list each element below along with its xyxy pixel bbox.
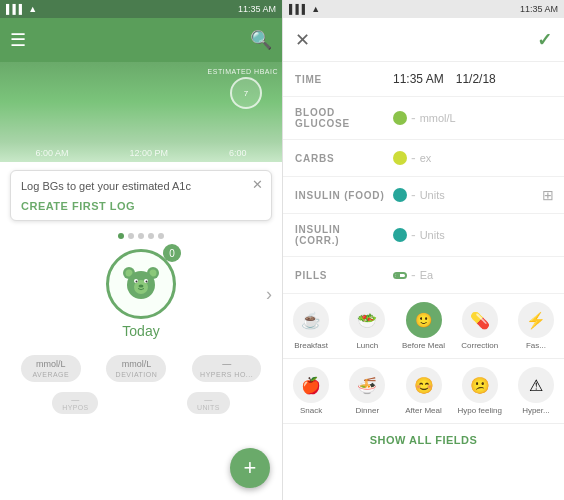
insulin-corr-label: INSULIN (CORR.) — [295, 224, 385, 246]
calculator-icon[interactable]: ⊞ — [542, 187, 554, 203]
svg-point-9 — [146, 281, 148, 283]
form-area: TIME 11:35 AM 11/2/18 BLOOD GLUCOSE - mm… — [283, 62, 564, 500]
bg-unit: mmol/L — [420, 112, 456, 124]
pills-label: PILLS — [295, 270, 385, 281]
close-notification-button[interactable]: ✕ — [252, 177, 263, 192]
svg-point-10 — [139, 285, 144, 288]
notification-card: ✕ Log BGs to get your estimated A1c CREA… — [10, 170, 272, 221]
blood-glucose-row[interactable]: BLOOD GLUCOSE - mmol/L — [283, 97, 564, 140]
insulin-food-unit: Units — [420, 189, 445, 201]
insulin-food-row[interactable]: INSULIN (FOOD) - Units ⊞ — [283, 177, 564, 214]
pills-dash: - — [411, 267, 416, 283]
snack-button[interactable]: 🍎 Snack — [283, 359, 339, 423]
pills-row[interactable]: PILLS - Ea — [283, 257, 564, 294]
hypos-stat[interactable]: — HYPOS — [52, 392, 98, 414]
today-label: Today — [122, 323, 159, 339]
insulin-corr-row[interactable]: INSULIN (CORR.) - Units — [283, 214, 564, 257]
right-panel: ▌▌▌ ▲ 11:35 AM ✕ ✓ TIME 11:35 AM 11/2/18… — [282, 0, 564, 500]
right-status-bar: ▌▌▌ ▲ 11:35 AM — [283, 0, 564, 18]
breakfast-button[interactable]: ☕ Breakfast — [283, 294, 339, 358]
status-time: 11:35 AM — [238, 4, 276, 14]
chart-label-3: 6:00 — [229, 148, 247, 158]
hyper-button[interactable]: ⚠ Hyper... — [508, 359, 564, 423]
units-label: Units — [197, 404, 220, 411]
before-meal-label: Before Meal — [399, 341, 447, 350]
next-arrow[interactable]: › — [266, 284, 272, 305]
status-info-right: 11:35 AM — [238, 4, 276, 14]
wifi-icon: ▲ — [28, 4, 37, 14]
hypo-feeling-icon: 😕 — [462, 367, 498, 403]
signal-icon: ▌▌▌ — [6, 4, 25, 14]
hypers-stat[interactable]: — HYPERS HO... — [192, 355, 261, 382]
carbs-unit: ex — [420, 152, 432, 164]
left-panel: ▌▌▌ ▲ 11:35 AM ☰ 🔍 7 ESTIMATED HBAIC 6:0… — [0, 0, 282, 500]
fast-icon: ⚡ — [518, 302, 554, 338]
show-all-fields-button[interactable]: SHOW ALL FIELDS — [283, 424, 564, 456]
carbs-input[interactable]: - ex — [393, 150, 552, 166]
insulin-food-input[interactable]: - Units — [393, 187, 552, 203]
pill-icon — [393, 272, 407, 279]
time-row[interactable]: TIME 11:35 AM 11/2/18 — [283, 62, 564, 97]
time-label: TIME — [295, 74, 385, 85]
carbs-row[interactable]: CARBS - ex — [283, 140, 564, 177]
breakfast-label: Breakfast — [287, 341, 335, 350]
breakfast-icon: ☕ — [293, 302, 329, 338]
show-all-label: SHOW ALL FIELDS — [370, 434, 478, 446]
hyper-icon: ⚠ — [518, 367, 554, 403]
svg-point-8 — [136, 281, 138, 283]
insulin-corr-dot — [393, 228, 407, 242]
close-button[interactable]: ✕ — [295, 29, 310, 51]
notification-text: Log BGs to get your estimated A1c — [21, 179, 261, 194]
correction-label: Correction — [456, 341, 504, 350]
hba1c-circle: 7 — [230, 77, 262, 109]
right-status-icons: ▌▌▌ ▲ — [289, 4, 320, 14]
before-meal-button[interactable]: 🙂 Before Meal — [395, 294, 451, 358]
date-value: 11/2/18 — [456, 72, 496, 86]
correction-button[interactable]: 💊 Correction — [452, 294, 508, 358]
left-top-bar: ☰ 🔍 — [0, 18, 282, 62]
lunch-icon: 🥗 — [349, 302, 385, 338]
dinner-button[interactable]: 🍜 Dinner — [339, 359, 395, 423]
lunch-button[interactable]: 🥗 Lunch — [339, 294, 395, 358]
insulin-food-dash: - — [411, 187, 416, 203]
after-meal-label: After Meal — [399, 406, 447, 415]
insulin-corr-unit: Units — [420, 229, 445, 241]
chart-label-2: 12:00 PM — [129, 148, 168, 158]
average-stat[interactable]: mmol/L AVERAGE — [21, 355, 81, 382]
snack-icon: 🍎 — [293, 367, 329, 403]
dot-0[interactable] — [118, 233, 124, 239]
hyper-label: Hyper... — [512, 406, 560, 415]
right-top-bar: ✕ ✓ — [283, 18, 564, 62]
search-icon[interactable]: 🔍 — [250, 29, 272, 51]
save-button[interactable]: ✓ — [537, 29, 552, 51]
fast-button[interactable]: ⚡ Fas... — [508, 294, 564, 358]
meal-icons-row-1: ☕ Breakfast 🥗 Lunch 🙂 Before Meal 💊 Corr… — [283, 294, 564, 359]
chart-label-1: 6:00 AM — [35, 148, 68, 158]
carousel-dots — [0, 233, 282, 239]
pill-right — [400, 274, 405, 277]
hypo-feeling-button[interactable]: 😕 Hypo feeling — [452, 359, 508, 423]
dot-1[interactable] — [128, 233, 134, 239]
dot-3[interactable] — [148, 233, 154, 239]
insulin-corr-input[interactable]: - Units — [393, 227, 552, 243]
dot-4[interactable] — [158, 233, 164, 239]
right-status-info: 11:35 AM — [520, 4, 558, 14]
estimated-label: ESTIMATED HBAIC — [208, 68, 278, 75]
add-log-fab[interactable]: + — [230, 448, 270, 488]
units-stat[interactable]: — Units — [187, 392, 230, 414]
hypo-feeling-label: Hypo feeling — [456, 406, 504, 415]
hamburger-icon[interactable]: ☰ — [10, 29, 26, 51]
after-meal-button[interactable]: 😊 After Meal — [395, 359, 451, 423]
deviation-stat[interactable]: mmol/L DEVIATION — [106, 355, 166, 382]
right-status-time: 11:35 AM — [520, 4, 558, 14]
blood-glucose-input[interactable]: - mmol/L — [393, 110, 552, 126]
right-wifi-icon: ▲ — [311, 4, 320, 14]
left-status-bar: ▌▌▌ ▲ 11:35 AM — [0, 0, 282, 18]
pills-input[interactable]: - Ea — [393, 267, 552, 283]
time-value: 11:35 AM — [393, 72, 444, 86]
bear-icon — [116, 259, 166, 309]
insulin-food-dot — [393, 188, 407, 202]
chart-labels: 6:00 AM 12:00 PM 6:00 — [0, 148, 282, 158]
dot-2[interactable] — [138, 233, 144, 239]
create-log-button[interactable]: CREATE FIRST LOG — [21, 200, 261, 212]
